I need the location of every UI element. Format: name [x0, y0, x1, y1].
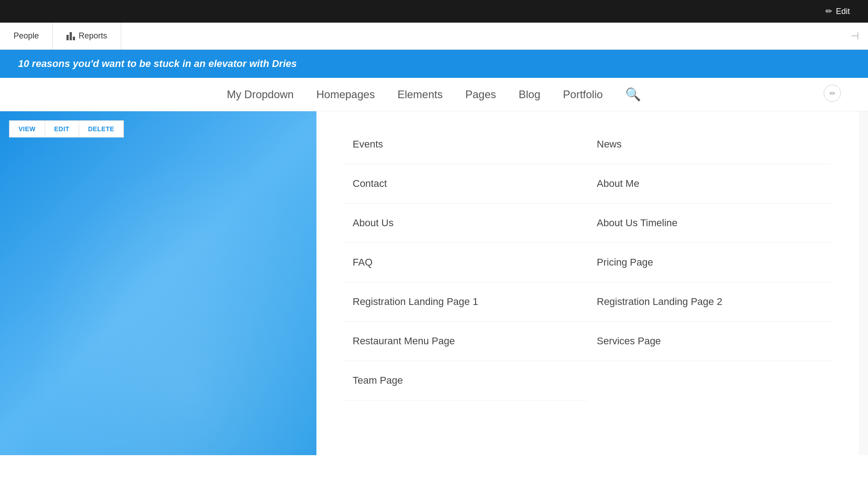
- dropdown-panel: Events News Contact About Me About Us Ab…: [316, 111, 859, 455]
- view-edit-delete-bar: VIEW EDIT DELETE: [9, 120, 124, 138]
- dropdown-item-empty: [588, 361, 832, 400]
- dropdown-item-about-me[interactable]: About Me: [588, 164, 832, 204]
- right-edge: [859, 111, 868, 455]
- edit-label: Edit: [836, 7, 850, 16]
- dropdown-grid: Events News Contact About Me About Us Ab…: [344, 125, 832, 400]
- edit-button[interactable]: ✏ Edit: [826, 6, 850, 16]
- main-nav: My Dropdown Homepages Elements Pages Blo…: [227, 87, 642, 102]
- dropdown-item-registration-1[interactable]: Registration Landing Page 1: [344, 282, 588, 322]
- dropdown-item-contact[interactable]: Contact: [344, 164, 588, 204]
- view-button[interactable]: VIEW: [9, 121, 45, 137]
- admin-bar: ✏ Edit: [0, 0, 868, 23]
- reports-label: Reports: [79, 31, 107, 41]
- banner: 10 reasons you'd want to be stuck in an …: [0, 50, 868, 78]
- dropdown-item-registration-2[interactable]: Registration Landing Page 2: [588, 282, 832, 322]
- nav-blog[interactable]: Blog: [519, 88, 540, 101]
- nav-portfolio[interactable]: Portfolio: [563, 88, 603, 101]
- banner-text: 10 reasons you'd want to be stuck in an …: [18, 58, 297, 69]
- tabs-bar: People Reports ⊣: [0, 23, 868, 50]
- dropdown-item-news[interactable]: News: [588, 125, 832, 164]
- dropdown-item-pricing-page[interactable]: Pricing Page: [588, 243, 832, 282]
- people-label: People: [14, 31, 39, 41]
- content-area: VIEW EDIT DELETE Events News Contact Abo…: [0, 111, 868, 455]
- pencil-icon: ✏: [826, 6, 832, 16]
- dropdown-item-about-us[interactable]: About Us: [344, 204, 588, 243]
- dropdown-item-events[interactable]: Events: [344, 125, 588, 164]
- nav-area: ✏ My Dropdown Homepages Elements Pages B…: [0, 78, 868, 111]
- bar-chart-icon: [66, 32, 75, 40]
- left-hero-section: VIEW EDIT DELETE: [0, 111, 316, 455]
- dropdown-item-faq[interactable]: FAQ: [344, 243, 588, 282]
- nav-pages[interactable]: Pages: [465, 88, 496, 101]
- nav-my-dropdown[interactable]: My Dropdown: [227, 88, 294, 101]
- dropdown-item-restaurant-menu[interactable]: Restaurant Menu Page: [344, 322, 588, 361]
- delete-button[interactable]: DELETE: [79, 121, 123, 137]
- nav-pencil-icon: ✏: [830, 89, 835, 98]
- tab-reports[interactable]: Reports: [53, 23, 121, 49]
- dropdown-item-team-page[interactable]: Team Page: [344, 361, 588, 400]
- dropdown-item-services-page[interactable]: Services Page: [588, 322, 832, 361]
- tab-people[interactable]: People: [0, 23, 53, 49]
- nav-elements[interactable]: Elements: [397, 88, 443, 101]
- dropdown-item-about-us-timeline[interactable]: About Us Timeline: [588, 204, 832, 243]
- collapse-button[interactable]: ⊣: [850, 23, 868, 49]
- bg-detail: [0, 111, 316, 455]
- search-icon[interactable]: 🔍: [625, 87, 641, 102]
- edit-action-button[interactable]: EDIT: [45, 121, 79, 137]
- nav-homepages[interactable]: Homepages: [316, 88, 375, 101]
- collapse-icon: ⊣: [850, 30, 859, 42]
- nav-edit-button[interactable]: ✏: [824, 85, 841, 102]
